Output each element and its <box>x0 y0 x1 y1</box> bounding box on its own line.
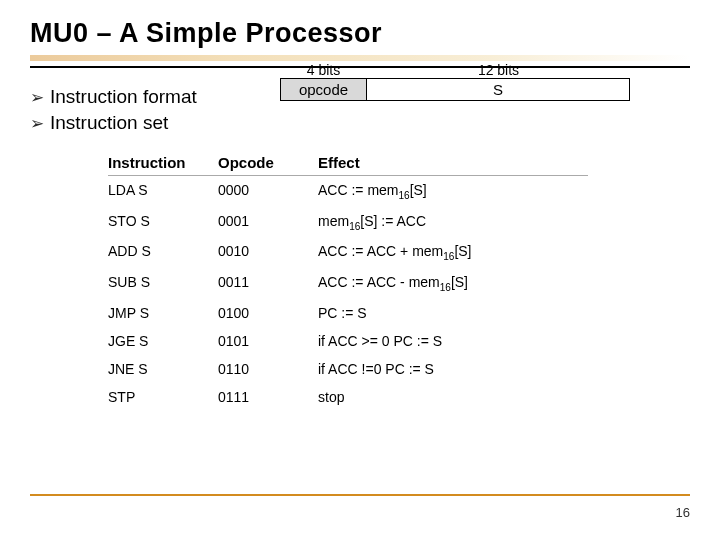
opcode-field: opcode <box>281 79 367 100</box>
list-item: ➢ Instruction set <box>30 110 690 136</box>
instruction-set-table: Instruction Opcode Effect LDA S0000ACC :… <box>108 154 588 411</box>
instruction-format-diagram: 4 bits 12 bits opcode S <box>280 62 630 101</box>
bullet-text: Instruction set <box>50 110 168 136</box>
table-row: STP0111stop <box>108 383 588 411</box>
header-effect: Effect <box>318 154 588 171</box>
header-instruction: Instruction <box>108 154 218 171</box>
cell-effect: ACC := ACC + mem16[S] <box>318 243 588 262</box>
bullet-arrow-icon: ➢ <box>30 87 44 110</box>
table-row: JGE S0101if ACC >= 0 PC := S <box>108 327 588 355</box>
header-opcode: Opcode <box>218 154 318 171</box>
footer-rule <box>30 494 690 496</box>
cell-opcode: 0110 <box>218 361 318 377</box>
table-row: ADD S0010ACC := ACC + mem16[S] <box>108 237 588 268</box>
cell-opcode: 0011 <box>218 274 318 290</box>
cell-instruction: STO S <box>108 213 218 229</box>
cell-effect: if ACC !=0 PC := S <box>318 361 588 377</box>
cell-effect: ACC := mem16[S] <box>318 182 588 201</box>
slide-title: MU0 – A Simple Processor <box>0 0 720 49</box>
cell-instruction: JGE S <box>108 333 218 349</box>
cell-instruction: JMP S <box>108 305 218 321</box>
table-row: JMP S0100PC := S <box>108 299 588 327</box>
cell-opcode: 0000 <box>218 182 318 198</box>
cell-opcode: 0101 <box>218 333 318 349</box>
table-row: JNE S0110if ACC !=0 PC := S <box>108 355 588 383</box>
bits-label-12: 12 bits <box>367 62 630 78</box>
s-field: S <box>367 79 629 100</box>
cell-effect: PC := S <box>318 305 588 321</box>
cell-opcode: 0111 <box>218 389 318 405</box>
cell-instruction: SUB S <box>108 274 218 290</box>
cell-instruction: JNE S <box>108 361 218 377</box>
cell-effect: ACC := ACC - mem16[S] <box>318 274 588 293</box>
cell-opcode: 0100 <box>218 305 318 321</box>
bullet-arrow-icon: ➢ <box>30 113 44 136</box>
bits-label-4: 4 bits <box>280 62 367 78</box>
cell-effect: mem16[S] := ACC <box>318 213 588 232</box>
cell-instruction: ADD S <box>108 243 218 259</box>
cell-effect: if ACC >= 0 PC := S <box>318 333 588 349</box>
cell-instruction: LDA S <box>108 182 218 198</box>
table-row: SUB S0011ACC := ACC - mem16[S] <box>108 268 588 299</box>
table-row: LDA S0000ACC := mem16[S] <box>108 176 588 207</box>
cell-opcode: 0001 <box>218 213 318 229</box>
page-number: 16 <box>676 505 690 520</box>
bullet-text: Instruction format <box>50 84 197 110</box>
cell-effect: stop <box>318 389 588 405</box>
cell-instruction: STP <box>108 389 218 405</box>
table-row: STO S0001mem16[S] := ACC <box>108 207 588 238</box>
cell-opcode: 0010 <box>218 243 318 259</box>
